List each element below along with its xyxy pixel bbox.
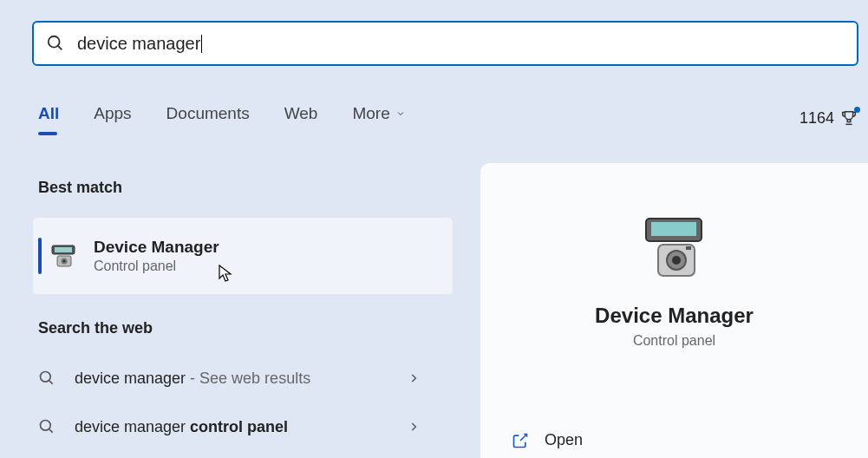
best-match-subtitle: Control panel [94, 258, 219, 274]
open-external-icon [512, 432, 529, 449]
svg-point-7 [41, 372, 51, 383]
search-icon [38, 418, 55, 435]
web-suggestion-2[interactable]: device manager control panel [38, 408, 420, 446]
svg-line-1 [58, 46, 62, 50]
tab-documents[interactable]: Documents [166, 104, 250, 132]
device-manager-icon [50, 242, 78, 270]
svg-point-0 [49, 36, 60, 48]
preview-title: Device Manager [480, 304, 868, 328]
device-manager-large-icon [636, 213, 714, 283]
tab-apps[interactable]: Apps [94, 104, 131, 132]
search-bar[interactable]: device manager [32, 21, 858, 66]
chevron-right-icon [408, 372, 420, 384]
open-label: Open [545, 431, 583, 449]
svg-rect-16 [686, 246, 691, 250]
best-match-title: Device Manager [94, 238, 219, 257]
section-best-match: Best match [38, 179, 122, 197]
preview-subtitle: Control panel [480, 333, 868, 349]
selection-indicator [38, 238, 42, 274]
section-search-web: Search the web [38, 319, 153, 337]
open-action[interactable]: Open [480, 431, 583, 449]
svg-rect-3 [55, 247, 72, 252]
search-icon [38, 370, 55, 387]
rewards-points[interactable]: 1164 [799, 108, 858, 128]
search-icon [46, 34, 65, 53]
tab-more[interactable]: More [352, 104, 405, 132]
preview-pane: Device Manager Control panel [480, 163, 868, 458]
web-suggestion-1[interactable]: device manager - See web results [38, 359, 420, 397]
tab-all[interactable]: All [38, 104, 59, 132]
svg-line-8 [49, 381, 53, 384]
filter-tabs: All Apps Documents Web More 1164 [38, 104, 858, 132]
svg-line-10 [49, 429, 53, 433]
best-match-result[interactable]: Device Manager Control panel [32, 217, 454, 295]
svg-rect-12 [651, 222, 696, 236]
trophy-icon [839, 108, 858, 128]
chevron-right-icon [408, 421, 420, 433]
svg-point-6 [63, 260, 66, 263]
tab-web[interactable]: Web [284, 104, 318, 132]
search-input[interactable]: device manager [77, 34, 200, 54]
svg-point-15 [672, 256, 681, 265]
chevron-down-icon [395, 108, 406, 119]
svg-point-9 [41, 421, 51, 431]
